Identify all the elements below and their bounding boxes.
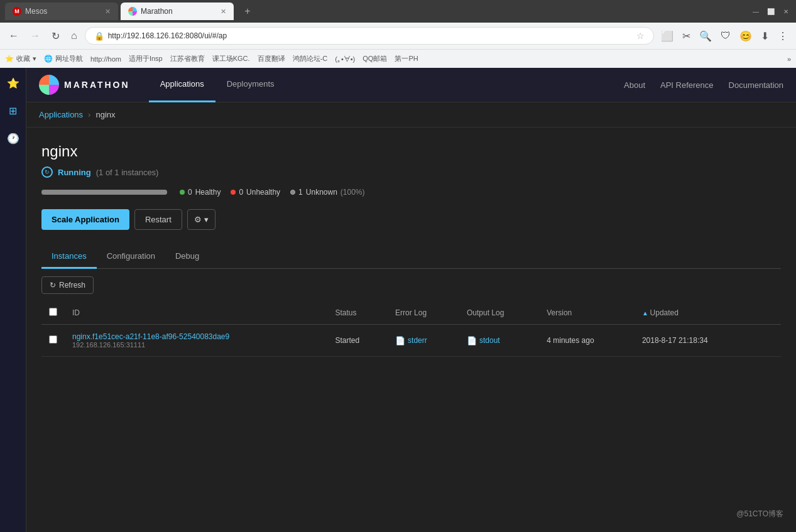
gear-dropdown-button[interactable]: ⚙ ▾: [187, 209, 215, 230]
unknown-count: 1: [298, 188, 303, 197]
breadcrumb-current: nginx: [95, 110, 115, 119]
toolbar-actions: ⬜ ✂ 🔍 🛡 😊 ⬇ ⋮: [658, 28, 791, 44]
sidebar-clock-icon[interactable]: 🕐: [4, 129, 22, 147]
tab-close-marathon[interactable]: ✕: [221, 8, 226, 16]
app-container: ⭐ ⊞ 🕐 MARATHON Applications Deployments …: [0, 68, 796, 532]
instance-status: Started: [327, 325, 388, 357]
health-indicators: 0 Healthy 0 Unhealthy 1 Unknown (100%): [180, 188, 365, 197]
download-button[interactable]: ⬇: [758, 28, 772, 44]
sidebar: ⭐ ⊞ 🕐: [0, 68, 26, 532]
breadcrumb: Applications › nginx: [26, 102, 796, 128]
instances-count: (1 of 1 instances): [96, 168, 159, 177]
tab-label-mesos: Mesos: [25, 7, 47, 16]
bookmark-nav[interactable]: 🌐 网址导航: [44, 54, 83, 63]
browser-tab-marathon[interactable]: Marathon ✕: [121, 3, 234, 20]
forward-button[interactable]: →: [26, 28, 44, 44]
zoom-button[interactable]: 🔍: [696, 28, 715, 44]
page-content: nginx ↻ Running (1 of 1 instances) 0 Hea…: [26, 128, 796, 372]
bookmarks-bar: ⭐ 收藏 ▾ 🌐 网址导航 http://hom 适用于Insp 江苏省教育 课…: [0, 49, 796, 68]
row-checkbox[interactable]: [49, 335, 57, 344]
address-bar[interactable]: 🔒 ☆: [85, 27, 654, 45]
address-input[interactable]: [108, 31, 633, 40]
instance-host: 192.168.126.165:31111: [72, 341, 320, 349]
marathon-favicon: [128, 7, 137, 16]
bookmark-insp[interactable]: 适用于Insp: [129, 54, 163, 63]
col-id: ID: [65, 301, 327, 325]
nav-deployments[interactable]: Deployments: [215, 68, 286, 102]
healthy-dot: [180, 190, 185, 195]
refresh-table-button[interactable]: ↻ Refresh: [41, 276, 94, 294]
col-error-log: Error Log: [388, 301, 459, 325]
tab-debug[interactable]: Debug: [165, 245, 209, 269]
shield-browser-icon[interactable]: 🛡: [717, 28, 734, 44]
browser-chrome: M Mesos ✕ Marathon ✕ + — ⬜ ✕ ← → ↻ ⌂ 🔒 ☆: [0, 0, 796, 68]
restart-button[interactable]: Restart: [134, 209, 182, 230]
unknown-indicator: 1 Unknown (100%): [290, 188, 364, 197]
back-button[interactable]: ←: [5, 28, 23, 44]
instances-table: ID Status Error Log Output Log Version ▲…: [41, 301, 781, 357]
emoji-button[interactable]: 😊: [736, 28, 755, 44]
bookmark-translate[interactable]: 百度翻译: [258, 54, 285, 63]
mesos-favicon: M: [13, 7, 21, 16]
instance-id[interactable]: nginx.f1e51cec-a21f-11e8-af96-52540083da…: [72, 332, 320, 341]
tab-close-mesos[interactable]: ✕: [105, 8, 111, 16]
refresh-browser-button[interactable]: ↻: [48, 28, 63, 45]
marathon-logo: MARATHON: [39, 75, 130, 95]
browser-tab-mesos[interactable]: M Mesos ✕: [5, 3, 118, 20]
menu-button[interactable]: ⋮: [775, 28, 791, 44]
nav-about[interactable]: About: [624, 80, 645, 90]
nav-api-reference[interactable]: API Reference: [660, 80, 714, 90]
nav-links: Applications Deployments: [149, 68, 286, 102]
output-log-link[interactable]: 📄 stdout: [467, 336, 532, 345]
dropdown-arrow-icon: ▾: [204, 215, 209, 224]
bookmarks-overflow[interactable]: »: [787, 55, 791, 63]
security-icon: 🔒: [94, 31, 104, 41]
tab-configuration[interactable]: Configuration: [97, 245, 165, 269]
nav-icon: 🌐: [44, 55, 53, 63]
output-log-label: stdout: [479, 336, 500, 345]
restore-button[interactable]: ⬜: [766, 6, 776, 16]
output-log-icon: 📄: [467, 336, 477, 345]
close-button[interactable]: ✕: [781, 6, 791, 16]
gear-icon: ⚙: [194, 215, 202, 224]
healthy-count: 0: [188, 188, 192, 197]
bookmark-favorites[interactable]: ⭐ 收藏 ▾: [5, 54, 36, 63]
health-bar: [41, 190, 167, 195]
error-log-link[interactable]: 📄 stderr: [395, 336, 452, 345]
unhealthy-count: 0: [239, 188, 243, 197]
scissors-button[interactable]: ✂: [679, 28, 694, 44]
bookmark-kgc[interactable]: 课工场KGC.: [212, 54, 250, 63]
bookmark-emoji[interactable]: (｡•∀•): [335, 55, 355, 63]
home-button[interactable]: ⌂: [67, 28, 81, 44]
star-bookmark-icon: ⭐: [5, 55, 14, 63]
error-log-label: stderr: [408, 336, 427, 345]
healthy-indicator: 0 Healthy: [180, 188, 221, 197]
sidebar-grid-icon[interactable]: ⊞: [4, 102, 22, 119]
logo-icon: [39, 75, 59, 95]
sidebar-star-icon[interactable]: ⭐: [4, 74, 22, 92]
app-title: nginx: [41, 143, 781, 160]
bookmark-qq[interactable]: QQ邮箱: [363, 54, 387, 63]
main-content: MARATHON Applications Deployments About …: [26, 68, 796, 532]
bookmark-forum[interactable]: 鸿鹄论坛-C: [293, 54, 328, 63]
tab-label-marathon: Marathon: [141, 7, 173, 16]
bookmark-hom[interactable]: http://hom: [90, 55, 121, 63]
unhealthy-dot: [231, 190, 236, 195]
nav-documentation[interactable]: Documentation: [729, 80, 783, 90]
star-icon[interactable]: ☆: [636, 31, 645, 41]
bookmark-edu[interactable]: 江苏省教育: [170, 54, 205, 63]
col-version: Version: [539, 301, 635, 325]
minimize-button[interactable]: —: [751, 6, 761, 16]
select-all-checkbox[interactable]: [49, 308, 57, 316]
new-tab-button[interactable]: +: [239, 3, 256, 20]
extensions-button[interactable]: ⬜: [658, 28, 677, 44]
col-updated[interactable]: ▲ Updated: [635, 301, 758, 325]
refresh-icon: ↻: [50, 281, 56, 290]
nav-applications[interactable]: Applications: [149, 68, 215, 102]
tab-instances[interactable]: Instances: [41, 245, 97, 269]
sort-arrow-icon: ▲: [642, 310, 650, 317]
scale-application-button[interactable]: Scale Application: [41, 209, 129, 230]
breadcrumb-root[interactable]: Applications: [39, 110, 83, 119]
unhealthy-indicator: 0 Unhealthy: [231, 188, 280, 197]
bookmark-ph[interactable]: 第一PH: [395, 54, 418, 63]
